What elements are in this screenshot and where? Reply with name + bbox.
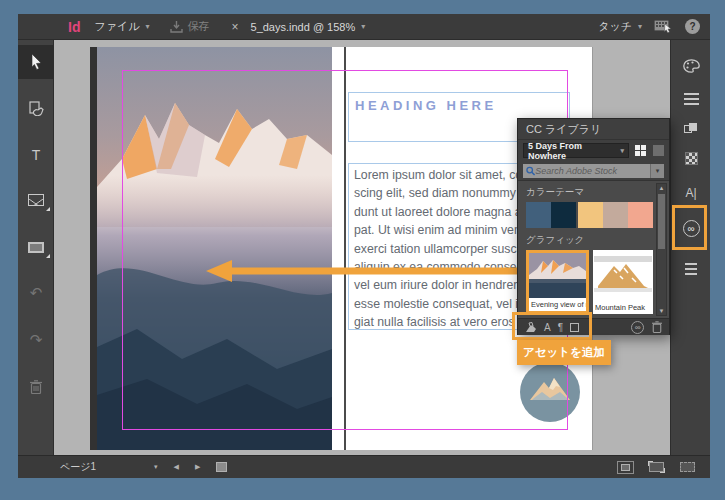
asset-thumbnail bbox=[529, 253, 586, 298]
library-name: 5 Days From Nowhere bbox=[528, 141, 620, 161]
panel-header[interactable]: CC ライブラリ bbox=[518, 119, 669, 140]
swatches-panel-button[interactable] bbox=[671, 89, 711, 107]
bleed-icon bbox=[680, 462, 695, 472]
grid-view-button[interactable] bbox=[635, 145, 647, 157]
panel-title: CC ライブラリ bbox=[526, 122, 601, 137]
topbar-right-cluster: タッチ ▾ ? bbox=[598, 19, 700, 34]
text-styles-panel-button[interactable]: A| bbox=[671, 184, 711, 202]
hamburger-icon bbox=[684, 93, 699, 95]
scrollbar-thumb[interactable] bbox=[658, 194, 665, 249]
selection-tool[interactable] bbox=[18, 45, 54, 79]
right-dock: A| ∞ bbox=[670, 40, 710, 455]
rectangle-tool[interactable] bbox=[18, 232, 54, 262]
search-box[interactable] bbox=[523, 164, 650, 178]
graphics-assets: Evening view of m... Mountain Peak bbox=[526, 250, 653, 314]
next-page-icon[interactable]: ▶ bbox=[195, 463, 200, 471]
preview-view-button[interactable] bbox=[648, 461, 665, 474]
chevron-down-icon: ▾ bbox=[656, 167, 660, 175]
previous-page-icon[interactable]: ◀ bbox=[174, 463, 179, 471]
list-view-button[interactable] bbox=[653, 145, 664, 156]
pages-panel-button[interactable] bbox=[671, 119, 711, 137]
color-swatch[interactable] bbox=[603, 202, 628, 228]
redo-icon: ↷ bbox=[30, 331, 43, 349]
frame-x-icon bbox=[28, 194, 44, 206]
cc-libraries-panel: CC ライブラリ 5 Days From Nowhere ▾ ▾ カラーテーマ bbox=[517, 118, 670, 335]
shortcuts-icon[interactable] bbox=[654, 20, 673, 33]
scroll-up-icon[interactable]: ▲ bbox=[657, 185, 666, 191]
undo-icon: ↶ bbox=[30, 284, 43, 302]
help-button[interactable]: ? bbox=[685, 19, 700, 34]
page-indicator[interactable]: ページ1 bbox=[60, 460, 96, 474]
page-tool[interactable] bbox=[18, 93, 54, 123]
cc-highlight-box bbox=[672, 205, 707, 250]
hand-grab-icon bbox=[29, 101, 44, 116]
top-bar: Id ファイル ▾ 保存 × 5_days.indd @ 158% ▾ タッチ … bbox=[18, 14, 710, 40]
file-menu[interactable]: ファイル bbox=[94, 19, 139, 34]
frame-tool[interactable] bbox=[18, 185, 54, 215]
color-panel-button[interactable] bbox=[671, 57, 711, 75]
drag-arrow bbox=[204, 256, 526, 286]
graphics-label: グラフィック bbox=[526, 234, 653, 247]
add-asset-highlight-box bbox=[512, 312, 592, 340]
pages-icon bbox=[684, 123, 698, 134]
normal-view-button[interactable] bbox=[617, 461, 634, 474]
panel-search-row: ▾ bbox=[518, 161, 669, 181]
undo-button[interactable]: ↶ bbox=[18, 278, 54, 308]
chevron-down-icon[interactable]: ▾ bbox=[145, 22, 149, 31]
palette-icon bbox=[683, 59, 700, 73]
app-window: Id ファイル ▾ 保存 × 5_days.indd @ 158% ▾ タッチ … bbox=[18, 14, 710, 478]
touch-workspace-label[interactable]: タッチ bbox=[598, 19, 632, 34]
status-bar: ページ1 ▾ ◀ ▶ bbox=[18, 455, 710, 478]
document-tab[interactable]: 5_days.indd @ 158% bbox=[251, 21, 356, 33]
bleed-view-button[interactable] bbox=[679, 461, 696, 474]
search-scope-dropdown[interactable]: ▾ bbox=[650, 164, 664, 178]
preview-icon bbox=[649, 462, 664, 472]
trash-icon bbox=[30, 380, 42, 394]
redo-button[interactable]: ↷ bbox=[18, 325, 54, 355]
color-theme-swatches[interactable] bbox=[526, 202, 653, 228]
color-swatch[interactable] bbox=[628, 202, 653, 228]
sync-cc-icon[interactable]: ∞ bbox=[631, 321, 644, 334]
color-swatch[interactable] bbox=[526, 202, 551, 228]
rectangle-icon bbox=[28, 242, 44, 253]
search-input[interactable] bbox=[535, 166, 647, 176]
hamburger-icon bbox=[685, 263, 697, 265]
close-tab-icon[interactable]: × bbox=[232, 20, 239, 34]
save-button[interactable]: 保存 bbox=[170, 19, 210, 34]
asset-evening-view[interactable]: Evening view of m... bbox=[526, 250, 589, 314]
effects-panel-button[interactable] bbox=[671, 149, 711, 167]
checkerboard-icon bbox=[685, 152, 698, 165]
asset-thumbnail bbox=[593, 250, 653, 301]
workspace-chevron-down-icon[interactable]: ▾ bbox=[638, 22, 642, 31]
color-swatch[interactable] bbox=[578, 202, 603, 228]
flyout-indicator bbox=[46, 207, 50, 211]
page-dropdown-icon[interactable]: ▾ bbox=[154, 463, 158, 471]
panel-scrollbar[interactable]: ▲ ▼ bbox=[656, 183, 667, 316]
chevron-down-icon: ▾ bbox=[620, 147, 624, 155]
indesign-logo: Id bbox=[68, 19, 80, 35]
tab-chevron-down-icon[interactable]: ▾ bbox=[361, 22, 365, 31]
trash-icon[interactable] bbox=[652, 321, 662, 333]
tools-panel: T ↶ ↷ bbox=[18, 40, 54, 455]
save-label: 保存 bbox=[188, 19, 210, 34]
asset-label: Mountain Peak bbox=[593, 301, 653, 314]
scroll-down-icon[interactable]: ▼ bbox=[657, 308, 666, 314]
page-view-icon[interactable] bbox=[216, 462, 227, 472]
asset-mountain-peak[interactable]: Mountain Peak bbox=[593, 250, 653, 314]
page-edge-shadow bbox=[90, 47, 97, 450]
search-icon bbox=[526, 166, 535, 176]
add-asset-tooltip: アセットを追加 bbox=[517, 340, 611, 365]
more-panels-button[interactable] bbox=[671, 259, 711, 277]
asset-label: Evening view of m... bbox=[529, 298, 586, 311]
panel-content: カラーテーマ グラフィック bbox=[518, 181, 669, 318]
flyout-indicator bbox=[46, 254, 50, 258]
margin-guides bbox=[122, 70, 568, 430]
type-tool-icon: T bbox=[32, 147, 41, 163]
library-select[interactable]: 5 Days From Nowhere ▾ bbox=[523, 143, 629, 158]
view-mode-group bbox=[603, 461, 696, 474]
panel-controls: 5 Days From Nowhere ▾ bbox=[518, 140, 669, 161]
color-theme-label: カラーテーマ bbox=[526, 186, 653, 199]
color-swatch[interactable] bbox=[551, 202, 576, 228]
delete-button[interactable] bbox=[18, 372, 54, 402]
type-tool[interactable]: T bbox=[18, 140, 54, 170]
